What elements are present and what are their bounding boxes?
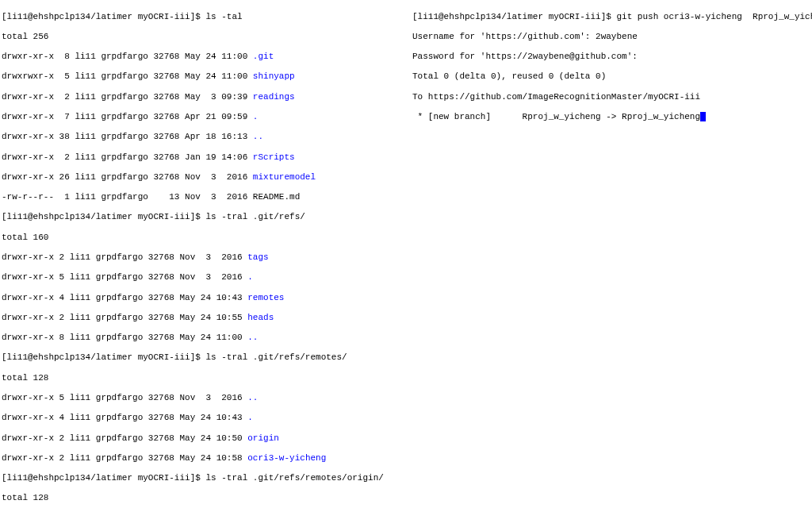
output-line: * [new branch] Rproj_w_yicheng -> Rproj_… (412, 112, 706, 121)
output-line: Password for 'https://2waybene@github.co… (412, 52, 638, 61)
dir-name: . (247, 272, 253, 282)
dir-name: heads (247, 313, 274, 322)
output-line: drwxr-xr-x 2 li11 grpdfargo 32768 May 3 … (2, 92, 295, 102)
output-line: To https://github.com/ImageRecognitionMa… (412, 92, 700, 102)
dir-name: tags (247, 252, 268, 262)
prompt-line: [li11@ehshpclp134/latimer myOCRI-iii]$ l… (2, 212, 305, 221)
dir-name: readings (253, 92, 295, 102)
dir-name: .. (247, 333, 258, 342)
output-line: drwxr-xr-x 5 li11 grpdfargo 32768 Nov 3 … (2, 393, 258, 402)
output-line: Total 0 (delta 0), reused 0 (delta 0) (412, 71, 606, 81)
prompt-line: [li11@ehshpclp134/latimer myOCRI-iii]$ l… (2, 473, 384, 483)
output-line: Username for 'https://github.com': 2wayb… (412, 32, 638, 41)
prompt-line: [li11@ehshpclp134/latimer myOCRI-iii]$ g… (412, 12, 812, 21)
cursor-icon (700, 112, 706, 121)
dir-name: mixturemodel (253, 172, 316, 182)
output-line: drwxr-xr-x 4 li11 grpdfargo 32768 May 24… (2, 413, 253, 422)
output-line: drwxr-xr-x 8 li11 grpdfargo 32768 May 24… (2, 52, 274, 61)
output-line: drwxr-xr-x 7 li11 grpdfargo 32768 Apr 21… (2, 112, 258, 121)
dir-name: remotes (247, 293, 284, 302)
output-line: drwxr-xr-x 2 li11 grpdfargo 32768 May 24… (2, 453, 326, 463)
output-line: drwxr-xr-x 5 li11 grpdfargo 32768 Nov 3 … (2, 272, 253, 282)
left-terminal[interactable]: [li11@ehshpclp134/latimer myOCRI-iii]$ l… (2, 2, 406, 508)
dir-name: .git (253, 52, 274, 61)
output-line: -rw-r--r-- 1 li11 grpdfargo 13 Nov 3 201… (2, 192, 300, 202)
output-line: total 256 (2, 32, 48, 41)
output-line: total 128 (2, 373, 48, 383)
dir-name: shinyapp (253, 71, 295, 81)
output-line: drwxr-xr-x 38 li11 grpdfargo 32768 Apr 1… (2, 132, 263, 141)
output-line: drwxr-xr-x 2 li11 grpdfargo 32768 Jan 19… (2, 152, 295, 162)
output-line: drwxr-xr-x 8 li11 grpdfargo 32768 May 24… (2, 333, 258, 342)
output-line: drwxr-xr-x 26 li11 grpdfargo 32768 Nov 3… (2, 172, 316, 182)
prompt-line: [li11@ehshpclp134/latimer myOCRI-iii]$ l… (2, 12, 243, 21)
output-line: drwxr-xr-x 2 li11 grpdfargo 32768 May 24… (2, 313, 274, 322)
output-line: drwxr-xr-x 2 li11 grpdfargo 32768 Nov 3 … (2, 252, 269, 262)
dir-name: .. (253, 132, 263, 141)
dir-name: rScripts (253, 152, 295, 162)
dir-name: . (253, 112, 259, 121)
prompt-line: [li11@ehshpclp134/latimer myOCRI-iii]$ l… (2, 352, 347, 362)
output-line: drwxr-xr-x 2 li11 grpdfargo 32768 May 24… (2, 433, 279, 443)
right-terminal[interactable]: [li11@ehshpclp134/latimer myOCRI-iii]$ g… (406, 2, 812, 508)
output-line: drwxrwxr-x 5 li11 grpdfargo 32768 May 24… (2, 71, 295, 81)
dir-name: . (247, 413, 253, 422)
output-line: total 160 (2, 233, 48, 242)
output-line: total 128 (2, 493, 48, 502)
output-line: drwxr-xr-x 4 li11 grpdfargo 32768 May 24… (2, 293, 284, 302)
dir-name: origin (247, 433, 279, 443)
dir-name: .. (247, 393, 258, 402)
dir-name: ocri3-w-yicheng (247, 453, 326, 463)
